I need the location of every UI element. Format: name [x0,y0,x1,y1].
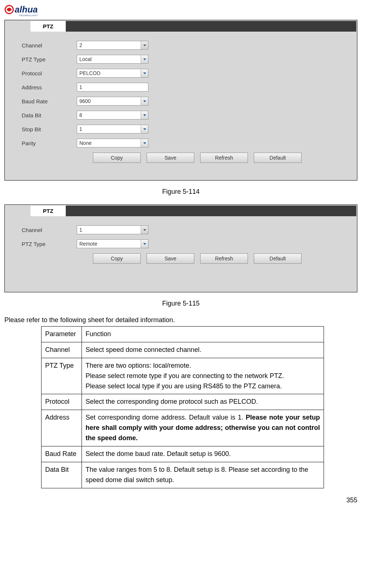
panel-title: PTZ [30,206,66,216]
field-label: Stop Bit [22,126,77,132]
function-cell: The value ranges from 5 to 8. Default se… [82,462,324,488]
intro-text: Please refer to the following sheet for … [4,316,357,324]
header-function: Function [82,327,324,342]
copy-button[interactable]: Copy [93,153,141,163]
function-cell: There are two options: local/remote. Ple… [82,358,324,394]
figure-caption-2: Figure 5-115 [4,300,357,307]
field-label: Channel [22,42,77,49]
header-parameter: Parameter [42,327,82,342]
channel-select: 1 [77,225,148,234]
field-label: Baud Rate [22,98,77,104]
field-label: Parity [22,140,77,146]
default-button[interactable]: Default [254,153,302,163]
param-cell: Baud Rate [42,446,82,462]
data-bit-select[interactable]: 8 [77,111,148,120]
param-cell: Data Bit [42,462,82,488]
chevron-down-icon[interactable] [141,69,148,77]
chevron-down-icon[interactable] [141,97,148,105]
channel-select: 2 [77,41,148,50]
table-header-row: Parameter Function [42,327,324,342]
refresh-button[interactable]: Refresh [200,253,248,264]
function-cell: Select the dome baud rate. Default setup… [82,446,324,462]
field-label: Address [22,84,77,90]
chevron-down-icon[interactable] [141,240,148,248]
param-cell: Channel [42,342,82,358]
ptz-type-select[interactable]: Local [77,55,148,64]
baud-rate-select[interactable]: 9600 [77,97,148,106]
function-cell: Select speed dome connected channel. [82,342,324,358]
field-label: PTZ Type [22,241,77,247]
chevron-down-icon[interactable] [141,111,148,119]
field-label: PTZ Type [22,56,77,63]
function-cell: Select the corresponding dome protocol s… [82,394,324,410]
page-number: 355 [4,496,357,504]
stop-bit-select[interactable]: 1 [77,125,148,133]
chevron-down-icon [141,226,148,234]
svg-text:TECHNOLOGY: TECHNOLOGY [19,14,38,17]
figure-caption-1: Figure 5-114 [4,188,357,196]
logo-text: alhua [15,4,38,14]
chevron-down-icon[interactable] [141,125,148,133]
chevron-down-icon[interactable] [141,139,148,147]
address-input[interactable]: 1 [77,83,148,92]
table-row: Address Set corresponding dome address. … [42,410,324,446]
table-row: PTZ Type There are two options: local/re… [42,358,324,394]
copy-button[interactable]: Copy [93,253,141,264]
function-cell: Set corresponding dome address. Default … [82,410,324,446]
save-button[interactable]: Save [147,153,194,163]
parity-select[interactable]: None [77,139,148,147]
parameter-table: Parameter Function Channel Select speed … [41,326,324,488]
field-label: Protocol [22,70,77,76]
chevron-down-icon [141,41,148,49]
param-cell: Address [42,410,82,446]
chevron-down-icon[interactable] [141,55,148,63]
protocol-select[interactable]: PELCOD [77,69,148,78]
table-row: Data Bit The value ranges from 5 to 8. D… [42,462,324,488]
table-row: Protocol Select the corresponding dome p… [42,394,324,410]
param-cell: Protocol [42,394,82,410]
param-cell: PTZ Type [42,358,82,394]
ptz-type-select[interactable]: Remote [77,239,148,248]
table-row: Baud Rate Select the dome baud rate. Def… [42,446,324,462]
brand-logo: alhua TECHNOLOGY [4,4,357,17]
field-label: Data Bit [22,112,77,118]
ptz-panel-local: PTZ Channel2PTZ TypeLocalProtocolPELCODA… [4,20,357,181]
save-button[interactable]: Save [147,253,194,264]
refresh-button[interactable]: Refresh [200,153,248,163]
default-button[interactable]: Default [254,253,302,264]
ptz-panel-remote: PTZ Channel1PTZ TypeRemoteCopySaveRefres… [4,204,357,292]
table-row: Channel Select speed dome connected chan… [42,342,324,358]
field-label: Channel [22,227,77,233]
panel-title: PTZ [30,21,66,32]
